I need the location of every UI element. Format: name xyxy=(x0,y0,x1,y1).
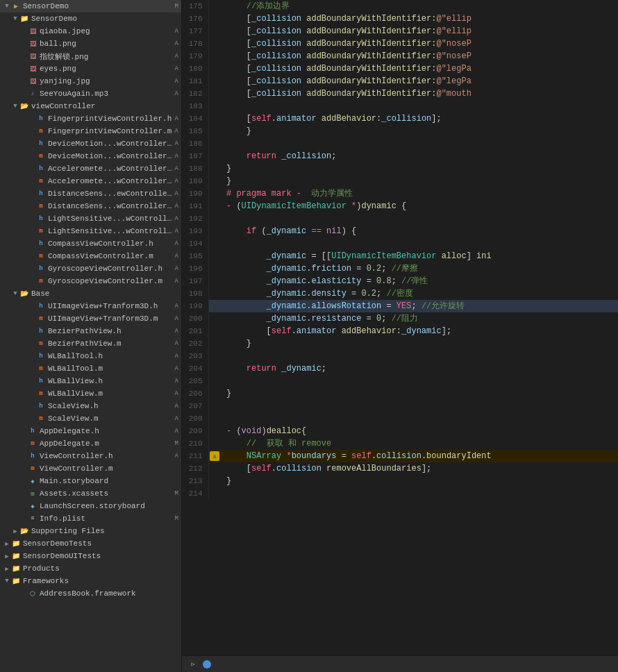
line-code[interactable]: [self.collision removeAllBoundaries]; xyxy=(221,462,618,475)
sidebar-item-viewcontroller-m[interactable]: m ViewController.m xyxy=(0,462,181,475)
sidebar-item-gyroscope-h[interactable]: h GyroscopeViewController.h A xyxy=(0,262,181,275)
line-code[interactable]: _dynamic.density = 0.2; //密度 xyxy=(221,287,618,300)
line-code[interactable] xyxy=(221,350,618,362)
line-code[interactable]: _dynamic.allowsRotation = YES; //允许旋转 xyxy=(221,300,618,312)
sidebar-item-distancesens-m[interactable]: m DistanceSens...wController.m A xyxy=(0,200,181,212)
sidebar-item-info-plist[interactable]: ≡ Info.plist M xyxy=(0,512,181,525)
sidebar-item-gyroscope-m[interactable]: m GyroscopeViewController.m A xyxy=(0,275,181,287)
sidebar-item-wlballtool-h[interactable]: h WLBallTool.h A xyxy=(0,350,181,362)
line-code[interactable]: # pragma mark - 动力学属性 xyxy=(221,187,618,200)
line-code[interactable]: if (_dynamic == nil) { xyxy=(221,225,618,237)
sidebar-item-sensordemo-tests[interactable]: ▶ 📁 SensorDemoTests xyxy=(0,537,181,550)
line-code[interactable] xyxy=(221,487,618,500)
sidebar-item-bezierpath-m[interactable]: m BezierPathView.m A xyxy=(0,337,181,350)
sidebar-item-acceleromete-h[interactable]: h Acceleromete...wController.h A xyxy=(0,162,181,175)
sidebar-item-viewcontroller-group[interactable]: ▼ 📂 viewController xyxy=(0,100,181,112)
sidebar-item-zhijie[interactable]: 🖼 指纹解锁.png A xyxy=(0,50,181,62)
sidebar-item-label: SensorDemo xyxy=(31,15,181,23)
line-code[interactable]: _dynamic.resistance = 0; //阻力 xyxy=(221,312,618,325)
sidebar-item-sensordemo-root[interactable]: ▼ ▶ SensorDemo M xyxy=(0,0,181,12)
sidebar-item-yanjing[interactable]: 🖼 yanjing.jpg A xyxy=(0,75,181,87)
line-code[interactable] xyxy=(221,412,618,425)
sidebar-item-acceleromete-m[interactable]: m Acceleromete...wController.m A xyxy=(0,175,181,187)
sidebar-item-wlballtool-m[interactable]: m WLBallTool.m A xyxy=(0,362,181,375)
sidebar-item-seeyouagain[interactable]: ♪ SeeYouAgain.mp3 A xyxy=(0,87,181,100)
sidebar-item-qiaoba[interactable]: 🖼 qiaoba.jpeg A xyxy=(0,25,181,37)
sidebar-item-appdelegate-h[interactable]: h AppDelegate.h A xyxy=(0,425,181,437)
sidebar-item-eyes[interactable]: 🖼 eyes.png A xyxy=(0,62,181,75)
line-code[interactable]: } xyxy=(221,125,618,137)
line-code[interactable]: [_collision addBoundaryWithIdentifier:@"… xyxy=(221,37,618,50)
line-code[interactable]: [_collision addBoundaryWithIdentifier:@"… xyxy=(221,62,618,75)
sidebar-item-wlballview-m[interactable]: m WLBallView.m A xyxy=(0,387,181,400)
sidebar-item-viewcontroller-h[interactable]: h ViewController.h A xyxy=(0,450,181,462)
sidebar-item-assets[interactable]: ⊞ Assets.xcassets M xyxy=(0,487,181,500)
sidebar-item-frameworks[interactable]: ▼ 📁 Frameworks xyxy=(0,575,181,587)
sidebar-item-sensordemo-group[interactable]: ▼ 📁 SensorDemo xyxy=(0,12,181,25)
sidebar-item-lightsens-h[interactable]: h LightSensitive...wController.h A xyxy=(0,212,181,225)
sidebar-item-scaleview-m[interactable]: m ScaleView.m A xyxy=(0,412,181,425)
line-code[interactable]: [_collision addBoundaryWithIdentifier:@"… xyxy=(221,50,618,62)
line-code[interactable] xyxy=(221,237,618,250)
sidebar-item-appdelegate-m[interactable]: m AppDelegate.m M xyxy=(0,437,181,450)
sidebar-badge: A xyxy=(175,140,178,147)
sidebar-item-launchscreen[interactable]: ◈ LaunchScreen.storyboard xyxy=(0,500,181,512)
table-row: 175 //添加边界 xyxy=(182,0,618,12)
line-code[interactable]: } xyxy=(221,162,618,175)
line-code[interactable]: - (UIDynamicItemBehavior *)dynamic { xyxy=(221,200,618,212)
h-file-icon: h xyxy=(36,264,46,274)
sidebar-item-scaleview-h[interactable]: h ScaleView.h A xyxy=(0,400,181,412)
line-code[interactable]: return _dynamic; xyxy=(221,362,618,375)
arrow-icon: ▼ xyxy=(11,15,19,22)
line-code[interactable] xyxy=(221,212,618,225)
sidebar-item-distancesens-h[interactable]: h DistanceSens...ewController.h A xyxy=(0,187,181,200)
breadcrumb-icon[interactable]: ⊳ xyxy=(187,659,199,670)
code-scroll-area[interactable]: 175 //添加边界176 [_collision addBoundaryWit… xyxy=(182,0,618,655)
sidebar-item-fingerprint-h[interactable]: h FingerprintViewController.h A xyxy=(0,112,181,125)
line-code[interactable]: [self.animator addBehavior:_dynamic]; xyxy=(221,325,618,337)
sidebar-item-fingerprint-m[interactable]: m FingerprintViewController.m A xyxy=(0,125,181,137)
line-code[interactable]: NSArray *boundarys = self.collision.boun… xyxy=(221,450,618,462)
line-code[interactable] xyxy=(221,100,618,112)
sidebar-item-uiimageview-h[interactable]: h UIImageView+Tranform3D.h A xyxy=(0,300,181,312)
line-code[interactable]: } xyxy=(221,175,618,187)
sidebar-item-compassview-m[interactable]: m CompassViewController.m A xyxy=(0,250,181,262)
group-folder-icon: 📂 xyxy=(19,526,29,536)
line-code[interactable]: [_collision addBoundaryWithIdentifier:@"… xyxy=(221,87,618,100)
sidebar-item-products[interactable]: ▶ 📁 Products xyxy=(0,562,181,575)
line-code[interactable]: } xyxy=(221,387,618,400)
line-number: 185 xyxy=(182,125,208,137)
line-code[interactable]: _dynamic.elasticity = 0.8; //弹性 xyxy=(221,275,618,287)
line-marker xyxy=(208,125,221,137)
sidebar-item-uiimageview-m[interactable]: m UIImageView+Tranform3D.m A xyxy=(0,312,181,325)
sidebar-item-devicemotion-h[interactable]: h DeviceMotion...wController.h A xyxy=(0,137,181,150)
sidebar-item-base-group[interactable]: ▼ 📂 Base xyxy=(0,287,181,300)
folder-icon: ▶ xyxy=(11,1,21,11)
line-code[interactable]: //添加边界 xyxy=(221,0,618,12)
line-code[interactable]: _dynamic.friction = 0.2; //摩擦 xyxy=(221,262,618,275)
line-code[interactable]: // 获取 和 remove xyxy=(221,437,618,450)
sidebar-item-compassview-h[interactable]: h CompassViewController.h A xyxy=(0,237,181,250)
sidebar-item-sensordemo-ui-tests[interactable]: ▶ 📁 SensorDemoUITests xyxy=(0,550,181,562)
line-code[interactable]: [_collision addBoundaryWithIdentifier:@"… xyxy=(221,12,618,25)
sidebar-item-ball[interactable]: 🖼 ball.png A xyxy=(0,37,181,50)
sidebar-item-supporting-files[interactable]: ▶ 📂 Supporting Files xyxy=(0,525,181,537)
sidebar-item-devicemotion-m[interactable]: m DeviceMotion...wController.m A xyxy=(0,150,181,162)
line-code[interactable]: [_collision addBoundaryWithIdentifier:@"… xyxy=(221,25,618,37)
line-code[interactable]: - (void)dealloc{ xyxy=(221,425,618,437)
sidebar-item-lightsens-m[interactable]: m LightSensitive...wController.m A xyxy=(0,225,181,237)
line-code[interactable]: [_collision addBoundaryWithIdentifier:@"… xyxy=(221,75,618,87)
sidebar-item-main-storyboard[interactable]: ◈ Main.storyboard xyxy=(0,475,181,487)
sidebar-item-addressbook[interactable]: ⬡ AddressBook.framework xyxy=(0,587,181,600)
line-code[interactable] xyxy=(221,375,618,387)
line-number: 208 xyxy=(182,412,208,425)
line-code[interactable]: _dynamic = [[UIDynamicItemBehavior alloc… xyxy=(221,250,618,262)
line-code[interactable]: } xyxy=(221,337,618,350)
line-code[interactable] xyxy=(221,400,618,412)
line-code[interactable] xyxy=(221,137,618,150)
line-code[interactable]: [self.animator addBehavior:_collision]; xyxy=(221,112,618,125)
line-code[interactable]: } xyxy=(221,475,618,487)
line-code[interactable]: return _collision; xyxy=(221,150,618,162)
sidebar-item-bezierpath-h[interactable]: h BezierPathView.h A xyxy=(0,325,181,337)
sidebar-item-wlballview-h[interactable]: h WLBallView.h A xyxy=(0,375,181,387)
